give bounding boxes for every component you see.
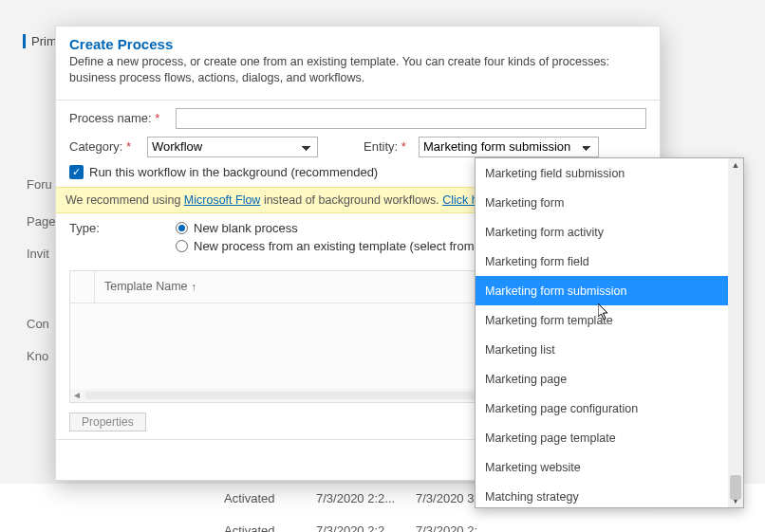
scroll-left-icon[interactable]: ◄: [70, 390, 84, 400]
dropdown-vertical-scrollbar[interactable]: ▲ ▼: [728, 158, 743, 507]
dialog-title: Create Process: [69, 36, 646, 52]
scrollbar-thumb[interactable]: [730, 475, 741, 500]
entity-option[interactable]: Marketing website: [476, 452, 728, 482]
microsoft-flow-link[interactable]: Microsoft Flow: [184, 193, 261, 207]
type-radio-new-blank-label: New blank process: [194, 221, 298, 235]
background-checkbox-label: Run this workflow in the background (rec…: [89, 165, 378, 179]
bg-side-label: Invit: [27, 247, 49, 261]
grid-corner: [70, 271, 95, 303]
entity-option[interactable]: Marketing form activity: [476, 217, 728, 247]
bg-side-label: Foru: [27, 177, 52, 192]
scroll-up-icon[interactable]: ▲: [728, 158, 743, 172]
entity-option[interactable]: Marketing form: [476, 188, 728, 217]
dialog-subtitle: Define a new process, or create one from…: [69, 54, 646, 86]
entity-option[interactable]: Matching strategy: [476, 482, 728, 507]
category-select[interactable]: Workflow: [147, 137, 318, 157]
type-radio-from-template[interactable]: [176, 240, 188, 252]
bg-side-label: Con: [27, 317, 49, 331]
process-name-input[interactable]: [176, 108, 646, 129]
process-name-label: Process name:: [69, 111, 176, 125]
entity-option[interactable]: Marketing form field: [476, 247, 728, 276]
entity-select[interactable]: Marketing form submission: [419, 137, 599, 157]
entity-option[interactable]: Marketing form submission: [476, 276, 728, 305]
entity-dropdown-list: Marketing field submissionMarketing form…: [476, 158, 728, 507]
sort-asc-icon: ↑: [192, 281, 197, 292]
type-radio-new-blank[interactable]: [176, 222, 188, 234]
entity-option[interactable]: Marketing page configuration: [476, 394, 728, 423]
entity-option[interactable]: Marketing list: [476, 335, 728, 364]
entity-option[interactable]: Marketing form template: [476, 305, 728, 335]
background-checkbox[interactable]: ✓: [69, 165, 84, 179]
properties-button: Properties: [69, 413, 146, 431]
type-label: Type:: [69, 221, 176, 235]
entity-option[interactable]: Marketing field submission: [476, 158, 728, 188]
type-radio-from-template-label: New process from an existing template (s…: [194, 239, 500, 253]
entity-dropdown-panel: Marketing field submissionMarketing form…: [475, 157, 744, 508]
entity-option[interactable]: Marketing page template: [476, 423, 728, 452]
bg-data-row: Activated 7/3/2020 2:2 7/3/2020 2:...: [0, 516, 765, 532]
entity-option[interactable]: Marketing page: [476, 364, 728, 394]
bg-side-label: Page: [27, 214, 55, 229]
category-label: Category:: [69, 139, 147, 154]
bg-side-label: Kno: [27, 349, 48, 363]
entity-label: Entity:: [364, 139, 419, 154]
bg-column-header: Prim: [23, 34, 57, 48]
